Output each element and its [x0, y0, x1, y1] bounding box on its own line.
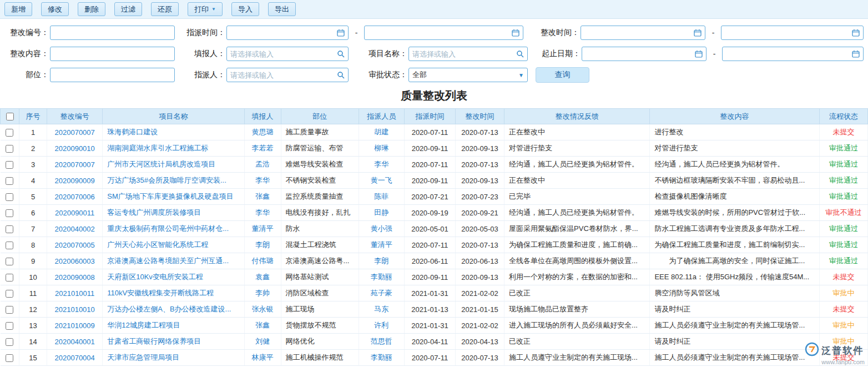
restore-button[interactable]: 还原	[151, 2, 179, 16]
project-link[interactable]: 广州市天河区统计局机房改造项目	[107, 160, 215, 168]
project-link[interactable]: 京港澳高速公路粤境韶关至广州互通...	[107, 257, 229, 265]
assignee-link[interactable]: 李华	[374, 160, 388, 168]
row-checkbox[interactable]	[6, 322, 13, 330]
calendar-icon[interactable]	[512, 29, 519, 37]
assignee-link[interactable]: 黄小强	[371, 224, 392, 233]
assignee-link[interactable]: 范思哲	[371, 337, 392, 345]
rectify-time-start-input[interactable]	[581, 26, 694, 39]
project-link[interactable]: 110kV安徽线程集变开断线路工程	[107, 289, 214, 297]
row-checkbox[interactable]	[6, 129, 13, 137]
code-link[interactable]: 2020040001	[55, 338, 95, 346]
row-checkbox[interactable]	[6, 338, 13, 346]
search-icon[interactable]	[516, 50, 524, 58]
reporter-link[interactable]: 张鑫	[255, 321, 270, 329]
code-link[interactable]: 2020070006	[55, 193, 95, 201]
assignee-link[interactable]: 柳琳	[374, 144, 388, 152]
calendar-icon[interactable]	[337, 29, 345, 37]
code-link[interactable]: 2021010009	[55, 321, 95, 330]
import-button[interactable]: 导入	[231, 2, 259, 16]
project-link[interactable]: 珠海鹤港口建设	[107, 128, 158, 136]
assignee-link[interactable]: 许利	[374, 321, 388, 329]
project-link[interactable]: 客运专线广州调度所装修项目	[107, 208, 201, 217]
reporter-link[interactable]: 李帅	[255, 289, 270, 297]
code-link[interactable]: 2021010010	[55, 305, 95, 314]
approval-status-select[interactable]: 全部 ▼	[408, 68, 528, 82]
reporter-link[interactable]: 袁鑫	[255, 273, 270, 281]
project-link[interactable]: 湖南洞庭湖水库引水工程施工标	[107, 144, 208, 152]
project-link[interactable]: 万达办公楼左侧A、B办公楼改造建设...	[107, 305, 231, 313]
row-checkbox[interactable]	[6, 258, 13, 265]
code-link[interactable]: 2020070005	[55, 241, 95, 249]
date-range-end-input[interactable]	[723, 47, 852, 61]
reporter-link[interactable]: 李朗	[255, 240, 270, 249]
date-range-start-input[interactable]	[582, 47, 695, 61]
calendar-icon[interactable]	[694, 29, 702, 37]
row-checkbox[interactable]	[6, 354, 13, 362]
assignee-link[interactable]: 董清平	[371, 240, 392, 249]
project-link[interactable]: 甘肃省工商银行网络保养项目	[107, 337, 201, 345]
code-link[interactable]: 2020090010	[55, 144, 95, 153]
project-name-input[interactable]	[409, 47, 516, 61]
rectify-no-input[interactable]	[51, 26, 171, 39]
reporter-link[interactable]: 刘健	[255, 337, 270, 345]
search-button[interactable]: 查询	[536, 67, 589, 83]
reporter-link[interactable]: 李若若	[252, 144, 274, 152]
project-link[interactable]: 重庆太极制药有限公司亳州中药材仓...	[107, 224, 229, 233]
assign-time-start-input[interactable]	[227, 26, 337, 39]
code-link[interactable]: 2020070007	[55, 128, 95, 137]
reporter-link[interactable]: 李华	[255, 176, 270, 184]
reporter-input[interactable]	[227, 47, 337, 61]
assignee-link[interactable]: 黄一飞	[371, 176, 392, 184]
export-button[interactable]: 导出	[268, 2, 296, 16]
project-link[interactable]: 天津市应急管理局项目	[107, 353, 179, 361]
row-checkbox[interactable]	[6, 209, 13, 217]
code-link[interactable]: 2020070007	[55, 160, 95, 169]
filter-button[interactable]: 过滤	[114, 2, 142, 16]
calendar-icon[interactable]	[852, 29, 860, 37]
project-link[interactable]: 天府新区10Kv变电所安装工程	[107, 273, 203, 281]
edit-button[interactable]: 修改	[41, 2, 69, 16]
part-input[interactable]	[51, 68, 171, 82]
assigner-input[interactable]	[227, 68, 337, 82]
row-checkbox[interactable]	[6, 290, 13, 298]
select-all-checkbox[interactable]	[6, 113, 14, 120]
assignee-link[interactable]: 李勤丽	[371, 273, 392, 281]
delete-button[interactable]: 删除	[78, 2, 105, 16]
code-link[interactable]: 2020090009	[55, 177, 95, 185]
print-button[interactable]: 打印▼	[188, 2, 223, 16]
reporter-link[interactable]: 李华	[255, 208, 270, 217]
row-checkbox[interactable]	[6, 177, 13, 185]
row-checkbox[interactable]	[6, 306, 13, 314]
add-button[interactable]: 新增	[4, 2, 32, 16]
reporter-link[interactable]: 黄思璐	[252, 128, 274, 136]
code-link[interactable]: 2020060003	[55, 257, 95, 265]
assignee-link[interactable]: 苑子豪	[371, 289, 392, 297]
search-icon[interactable]	[337, 50, 345, 58]
assign-time-end-input[interactable]	[365, 26, 512, 39]
code-link[interactable]: 2020090011	[55, 209, 94, 217]
reporter-link[interactable]: 林康平	[252, 353, 274, 361]
row-checkbox[interactable]	[6, 161, 13, 169]
assignee-link[interactable]: 陈菲	[374, 192, 388, 200]
reporter-link[interactable]: 张永银	[252, 305, 274, 313]
project-link[interactable]: SM广场地下车库更换摄像机及硬盘项目	[107, 192, 234, 200]
row-checkbox[interactable]	[6, 274, 13, 281]
calendar-icon[interactable]	[852, 50, 860, 58]
reporter-link[interactable]: 孟浩	[255, 160, 270, 168]
reporter-link[interactable]: 董清平	[252, 224, 274, 233]
code-link[interactable]: 2021010011	[55, 289, 94, 298]
assignee-link[interactable]: 胡建	[374, 128, 388, 136]
row-checkbox[interactable]	[6, 145, 13, 153]
code-link[interactable]: 2020070004	[55, 354, 95, 362]
rectify-content-input[interactable]	[51, 47, 171, 61]
row-checkbox[interactable]	[6, 242, 13, 249]
project-link[interactable]: 万达广场35#会所及咖啡厅空调安装...	[107, 176, 226, 184]
code-link[interactable]: 2020040002	[55, 225, 95, 233]
assignee-link[interactable]: 李勤丽	[371, 353, 392, 361]
reporter-link[interactable]: 张鑫	[255, 192, 270, 200]
assignee-link[interactable]: 马东	[374, 305, 388, 313]
reporter-link[interactable]: 付伟璐	[252, 257, 274, 265]
assignee-link[interactable]: 李朗	[374, 257, 388, 265]
row-checkbox[interactable]	[6, 193, 13, 201]
search-icon[interactable]	[337, 71, 345, 79]
